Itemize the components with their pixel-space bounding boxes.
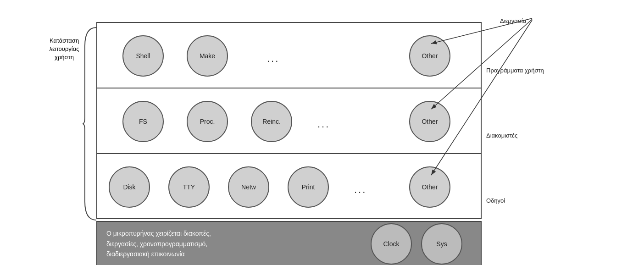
label-servers: Διακομιστές (486, 132, 517, 139)
circle-other-row1: Other (409, 35, 450, 77)
label-drivers: Οδηγοί (486, 197, 505, 204)
dots-row1: ... (267, 53, 279, 65)
circle-fs: FS (122, 101, 164, 142)
left-label: Κατάστασηλειτουργίαςχρήστη (46, 37, 83, 62)
circle-sys: Sys (421, 223, 462, 265)
diagram-container: Κατάστασηλειτουργίαςχρήστη Shell Make ..… (46, 9, 596, 257)
circle-print: Print (288, 166, 329, 208)
dots-row2: ... (317, 118, 330, 130)
left-label-text: Κατάστασηλειτουργίαςχρήστη (49, 37, 79, 61)
dots-row3: ... (354, 184, 366, 196)
brace-svg (80, 23, 99, 225)
microkernel-circles: Clock Sys (371, 223, 462, 265)
circle-other-row2: Other (409, 101, 450, 142)
circle-reinc: Reinc. (251, 101, 292, 142)
main-rect: Shell Make ... Other FS Proc. (96, 22, 482, 219)
label-user-programs: Προγράμματα χρήστη (486, 67, 544, 74)
circle-other-row3: Other (409, 166, 450, 208)
circle-proc: Proc. (187, 101, 228, 142)
label-process: Διεργασία (500, 17, 526, 24)
row-user-programs: Shell Make ... Other (97, 23, 481, 88)
circle-shell: Shell (122, 35, 164, 77)
circle-make: Make (187, 35, 228, 77)
microkernel-text: Ο μικροπυρήνας χειρίζεται διακοπές, διερ… (106, 228, 371, 259)
circle-clock: Clock (371, 223, 412, 265)
circle-disk: Disk (109, 166, 150, 208)
circle-tty: TTY (168, 166, 210, 208)
circle-netw: Netw (228, 166, 269, 208)
microkernel-bar: Ο μικροπυρήνας χειρίζεται διακοπές, διερ… (96, 221, 482, 265)
row-servers: FS Proc. Reinc. ... Other (97, 88, 481, 154)
row-drivers: Disk TTY Netw Print ... Other (97, 154, 481, 220)
